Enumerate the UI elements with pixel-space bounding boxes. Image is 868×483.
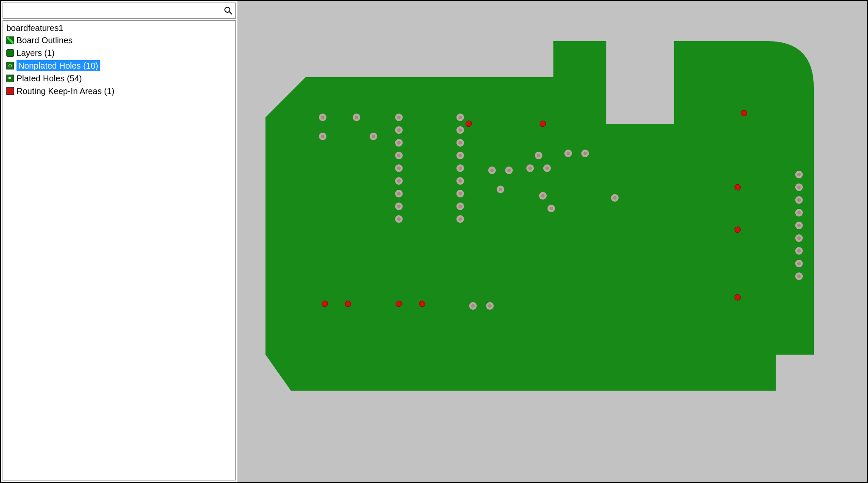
plated-hole[interactable] (795, 196, 803, 204)
plated-hole[interactable] (535, 152, 542, 159)
svg-point-5 (321, 135, 324, 138)
tree-item-label: Board Outlines (17, 35, 72, 46)
plated-hole[interactable] (395, 190, 403, 197)
board-canvas[interactable] (238, 1, 867, 482)
tree-item-1[interactable]: Layers (1) (3, 47, 235, 59)
plated-hole[interactable] (319, 114, 326, 121)
plated-hole[interactable] (795, 247, 803, 255)
plated-hole[interactable] (395, 114, 403, 121)
tree-item-2[interactable]: Nonplated Holes (10) (3, 59, 235, 72)
plated-hole[interactable] (456, 139, 464, 147)
search-row (3, 3, 236, 19)
plated-hole[interactable] (526, 164, 534, 172)
nonplated-hole[interactable] (322, 301, 328, 307)
svg-point-71 (797, 186, 801, 189)
nonplated-hole[interactable] (466, 121, 472, 127)
svg-line-1 (229, 12, 232, 14)
svg-point-85 (797, 275, 801, 278)
svg-point-25 (397, 205, 401, 208)
plated-hole[interactable] (795, 222, 803, 229)
tree-item-4[interactable]: Routing Keep-In Areas (1) (3, 85, 235, 97)
nonplated-hole[interactable] (396, 301, 402, 307)
plated-hole[interactable] (469, 302, 477, 310)
svg-point-9 (372, 135, 375, 138)
svg-point-49 (507, 169, 511, 172)
plated-hole[interactable] (795, 260, 803, 267)
plated-hole[interactable] (539, 192, 547, 200)
plated-hole[interactable] (581, 150, 589, 157)
plated-hole[interactable] (370, 133, 377, 140)
tree-item-label: Nonplated Holes (10) (17, 60, 100, 71)
svg-point-45 (459, 217, 462, 221)
tree-item-label: Routing Keep-In Areas (1) (17, 86, 114, 97)
svg-point-89 (488, 304, 492, 308)
plated-hole[interactable] (319, 133, 326, 140)
plated-hole[interactable] (795, 183, 803, 191)
plated-hole[interactable] (497, 186, 504, 193)
svg-point-33 (459, 141, 462, 144)
plated-hole[interactable] (456, 203, 464, 210)
svg-point-59 (541, 194, 545, 197)
svg-point-31 (459, 128, 462, 132)
nonplated-hole[interactable] (735, 294, 741, 300)
svg-point-17 (397, 154, 401, 157)
nonplated-hole[interactable] (540, 121, 546, 127)
plated-hole[interactable] (456, 177, 464, 185)
tree-item-label: Plated Holes (54) (17, 73, 82, 84)
feature-tree: boardfeatures1 Board OutlinesLayers (1)N… (3, 20, 236, 480)
plated-hole[interactable] (395, 152, 403, 159)
svg-point-13 (397, 128, 401, 132)
plated-hole[interactable] (505, 167, 513, 174)
app-root: boardfeatures1 Board OutlinesLayers (1)N… (0, 0, 868, 483)
search-icon[interactable] (221, 6, 235, 15)
svg-point-15 (397, 141, 401, 144)
plated-hole[interactable] (456, 215, 464, 223)
tree-item-0[interactable]: Board Outlines (3, 34, 235, 47)
plated-hole[interactable] (547, 205, 555, 212)
svg-point-29 (459, 116, 462, 119)
plated-hole[interactable] (456, 164, 464, 172)
plated-hole[interactable] (456, 190, 464, 197)
plated-hole[interactable] (795, 234, 803, 242)
plated-hole[interactable] (395, 126, 403, 134)
svg-point-79 (797, 236, 801, 240)
sidebar: boardfeatures1 Board OutlinesLayers (1)N… (1, 1, 238, 482)
tree-item-3[interactable]: Plated Holes (54) (3, 72, 235, 85)
nonplated-hole[interactable] (741, 110, 747, 116)
svg-point-57 (545, 167, 549, 170)
svg-point-51 (499, 188, 502, 191)
plated-hole[interactable] (795, 209, 803, 217)
plated-hole[interactable] (611, 194, 619, 202)
plated-hole[interactable] (353, 114, 360, 121)
plated-hole[interactable] (486, 302, 494, 310)
svg-point-47 (490, 169, 494, 172)
plated-hole[interactable] (395, 203, 403, 210)
board-svg[interactable] (238, 1, 867, 482)
plated-hole[interactable] (456, 114, 464, 121)
tree-swatch-icon (6, 49, 14, 57)
plated-hole[interactable] (795, 272, 803, 280)
plated-hole[interactable] (395, 164, 403, 172)
plated-hole[interactable] (395, 215, 403, 223)
plated-hole[interactable] (564, 150, 572, 157)
search-input[interactable] (3, 3, 221, 18)
plated-hole[interactable] (456, 152, 464, 159)
plated-hole[interactable] (795, 171, 803, 178)
plated-hole[interactable] (395, 177, 403, 185)
svg-point-55 (537, 154, 540, 157)
nonplated-hole[interactable] (735, 184, 741, 190)
svg-point-21 (397, 179, 401, 183)
plated-hole[interactable] (488, 167, 496, 174)
nonplated-hole[interactable] (419, 301, 425, 307)
tree-root[interactable]: boardfeatures1 (3, 22, 235, 34)
board-outline (265, 41, 814, 391)
nonplated-hole[interactable] (735, 227, 741, 233)
plated-hole[interactable] (395, 139, 403, 147)
svg-point-39 (459, 179, 462, 183)
plated-hole[interactable] (456, 126, 464, 134)
nonplated-hole[interactable] (345, 301, 351, 307)
svg-point-7 (355, 116, 358, 119)
plated-hole[interactable] (543, 164, 551, 172)
svg-point-43 (459, 205, 462, 208)
svg-point-3 (321, 116, 324, 119)
